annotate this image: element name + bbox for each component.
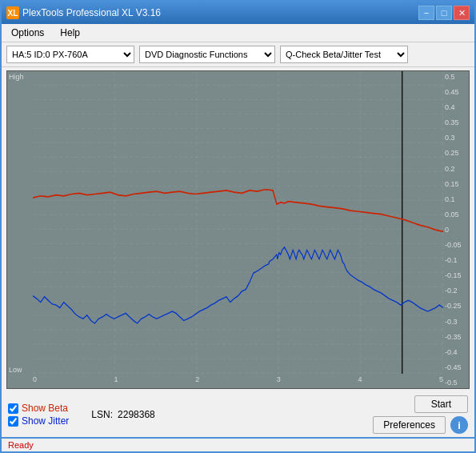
menu-bar: Options Help	[2, 24, 474, 42]
menu-help[interactable]: Help	[54, 26, 86, 40]
beta-label-text: Show Beta	[22, 403, 68, 414]
function-select[interactable]: DVD Diagnostic Functions	[139, 46, 275, 63]
show-jitter-label[interactable]: Show Jitter	[8, 415, 69, 427]
app-icon: XL	[6, 6, 19, 19]
show-beta-label[interactable]: Show Beta	[8, 403, 69, 414]
lsn-value: 2298368	[118, 409, 155, 420]
main-window: XL PlexTools Professional XL V3.16 − □ ✕…	[0, 0, 476, 453]
lsn-area: LSN: 2298368	[91, 409, 154, 420]
menu-options[interactable]: Options	[5, 26, 50, 40]
status-bar: Ready	[2, 437, 474, 451]
show-jitter-checkbox[interactable]	[8, 416, 18, 427]
y-axis-right: 0.5 0.45 0.4 0.35 0.3 0.25 0.2 0.15 0.1 …	[443, 71, 469, 388]
show-beta-checkbox[interactable]	[8, 403, 18, 414]
bottom-section: Show Beta Show Jitter LSN: 2298368 Start…	[2, 392, 474, 437]
y-axis-high-label: High	[9, 73, 24, 81]
drive-select[interactable]: HA:5 ID:0 PX-760A	[6, 46, 134, 63]
info-button[interactable]: i	[450, 416, 468, 434]
toolbar: HA:5 ID:0 PX-760A DVD Diagnostic Functio…	[2, 42, 474, 67]
title-bar-left: XL PlexTools Professional XL V3.16	[6, 6, 161, 19]
close-button[interactable]: ✕	[454, 6, 470, 20]
svg-rect-3	[33, 71, 443, 374]
jitter-label-text: Show Jitter	[22, 415, 69, 427]
lsn-label: LSN:	[91, 409, 113, 420]
chart-area: High Low 0.5 0.45 0.4 0.35 0.3 0.25 0.2 …	[6, 70, 470, 389]
start-button[interactable]: Start	[414, 395, 468, 413]
status-text: Ready	[8, 440, 34, 450]
maximize-button[interactable]: □	[436, 6, 452, 20]
title-controls: − □ ✕	[418, 6, 470, 20]
title-bar: XL PlexTools Professional XL V3.16 − □ ✕	[2, 2, 474, 24]
test-select[interactable]: Q-Check Beta/Jitter Test	[280, 46, 408, 63]
y-axis-low-label: Low	[9, 366, 22, 374]
minimize-button[interactable]: −	[418, 6, 434, 20]
window-title: PlexTools Professional XL V3.16	[22, 7, 161, 18]
preferences-button[interactable]: Preferences	[373, 416, 446, 434]
chart-svg	[33, 71, 443, 374]
checkboxes-column: Show Beta Show Jitter	[8, 403, 69, 427]
x-axis: 0 1 2 3 4 5	[33, 374, 443, 388]
